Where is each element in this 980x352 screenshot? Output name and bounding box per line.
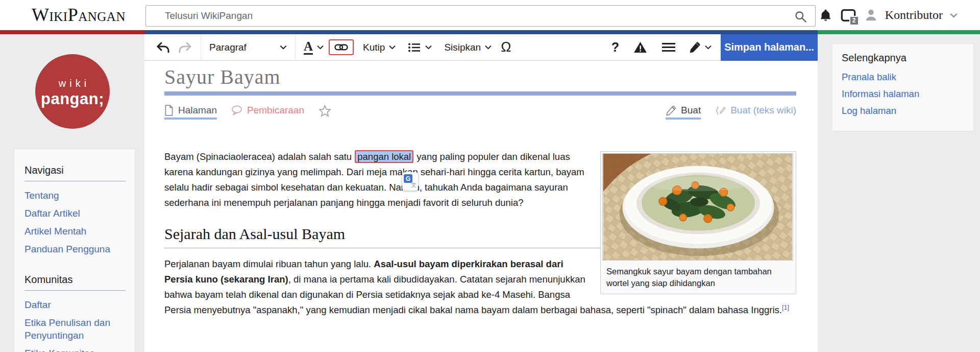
redo-button[interactable] bbox=[178, 41, 192, 54]
site-logo[interactable]: WikiPangan bbox=[32, 4, 126, 26]
header-user-area: 2 Kontributor bbox=[819, 0, 958, 30]
tab-buat-teks-wiki-label: Buat (teks wiki) bbox=[730, 105, 796, 116]
nav-section-title: Navigasi bbox=[24, 165, 126, 181]
accent-bar-green bbox=[818, 30, 980, 34]
cite-dropdown[interactable]: Kutip bbox=[363, 42, 396, 53]
bell-icon[interactable] bbox=[819, 8, 832, 22]
more-tools-card: Selengkapnya Pranala balik Informasi hal… bbox=[832, 43, 974, 131]
wikipangan-logo-badge[interactable]: wiki pangan; bbox=[35, 54, 110, 129]
text-style-dropdown[interactable]: A bbox=[304, 40, 324, 55]
chevron-down-icon bbox=[389, 45, 396, 50]
link-log-halaman[interactable]: Log halaman bbox=[842, 105, 964, 117]
chevron-down-icon bbox=[485, 45, 492, 50]
text-style-icon: A bbox=[304, 40, 313, 55]
insert-label: Sisipkan bbox=[444, 42, 481, 53]
google-translate-icon[interactable]: G 文 bbox=[402, 172, 418, 191]
tab-halaman-label: Halaman bbox=[178, 105, 217, 116]
tab-pembicaraan[interactable]: Pembicaraan bbox=[231, 105, 304, 120]
tab-pembicaraan-label: Pembicaraan bbox=[247, 105, 304, 116]
page-title: Sayur Bayam bbox=[164, 66, 796, 88]
article-editor-surface: Sayur Bayam Halaman Pembicaraan bbox=[144, 61, 818, 352]
logo-text-wiki: wiki bbox=[39, 78, 110, 89]
link-button-highlighted[interactable] bbox=[329, 39, 354, 55]
google-translate-char: 文 bbox=[411, 181, 416, 189]
user-menu-label[interactable]: Kontributor bbox=[885, 8, 943, 22]
special-character-button[interactable]: Ω bbox=[501, 39, 511, 55]
inbox-icon[interactable]: 2 bbox=[840, 7, 857, 24]
talk-bubble-icon bbox=[231, 105, 242, 115]
chevron-down-icon bbox=[425, 45, 432, 50]
image-caption: Semangkuk sayur bayam dengan tambahan wo… bbox=[602, 261, 794, 292]
sidebar-item-panduan-pengguna[interactable]: Panduan Pengguna bbox=[24, 243, 126, 255]
link-informasi-halaman[interactable]: Informasi halaman bbox=[842, 88, 964, 100]
toolbar-separator bbox=[295, 34, 296, 61]
article-body: Semangkuk sayur bayam dengan tambahan wo… bbox=[164, 149, 796, 318]
sidebar-item-daftar-artikel[interactable]: Daftar Artikel bbox=[24, 207, 126, 220]
chevron-down-icon[interactable] bbox=[950, 13, 958, 18]
accent-bar-red bbox=[0, 30, 144, 34]
nav-links: Tentang Daftar Artikel Artikel Mentah Pa… bbox=[24, 189, 126, 255]
list-format-dropdown[interactable] bbox=[408, 42, 432, 53]
site-header: WikiPangan 2 Kontributor bbox=[0, 0, 980, 30]
page-tabs: Halaman Pembicaraan Buat bbox=[164, 105, 796, 120]
article-thumbnail: Semangkuk sayur bayam dengan tambahan wo… bbox=[600, 151, 796, 294]
watch-star-icon[interactable] bbox=[318, 105, 331, 120]
logo-text-pangan: pangan; bbox=[35, 90, 110, 108]
help-button[interactable]: ? bbox=[611, 40, 619, 55]
link-icon bbox=[334, 43, 348, 52]
intro-text-before: Bayam (Spinaciaoleracea) adalah salah sa… bbox=[164, 151, 354, 162]
tab-buat[interactable]: Buat bbox=[666, 105, 701, 120]
pencil-brackets-icon bbox=[715, 105, 726, 116]
tab-buat-teks-wiki[interactable]: Buat (teks wiki) bbox=[715, 105, 796, 120]
reference-link-1[interactable]: [1] bbox=[782, 304, 789, 311]
chevron-down-icon bbox=[705, 45, 712, 50]
sidebar-item-artikel-mentah[interactable]: Artikel Mentah bbox=[24, 225, 126, 238]
title-underline bbox=[164, 91, 796, 96]
page-options-button[interactable] bbox=[662, 42, 676, 52]
tab-halaman[interactable]: Halaman bbox=[164, 105, 217, 120]
search-icon[interactable] bbox=[794, 10, 807, 24]
pencil-icon bbox=[689, 41, 701, 53]
sidebar-item-etika-penulisan[interactable]: Etika Penulisan dan Penyuntingan bbox=[24, 316, 126, 342]
notices-button[interactable] bbox=[633, 41, 647, 53]
left-sidebar: wiki pangan; Navigasi Tentang Daftar Art… bbox=[0, 34, 144, 352]
notification-count-badge: 2 bbox=[849, 16, 859, 26]
pencil-outline-icon bbox=[666, 105, 676, 116]
tab-buat-label: Buat bbox=[681, 105, 701, 116]
toolbar-separator bbox=[201, 34, 201, 61]
sidebar-item-tentang[interactable]: Tentang bbox=[24, 189, 126, 202]
search-bar bbox=[145, 5, 816, 27]
warning-triangle-icon bbox=[633, 41, 647, 53]
community-links: Daftar Etika Penulisan dan Penyuntingan … bbox=[24, 298, 126, 352]
cite-label: Kutip bbox=[363, 42, 385, 53]
sidebar-nav-card: Navigasi Tentang Daftar Artikel Artikel … bbox=[14, 149, 135, 352]
community-section-title: Komunitas bbox=[24, 274, 126, 291]
sidebar-item-etika-komunitas[interactable]: Etika Komunitas bbox=[24, 347, 126, 352]
page-icon bbox=[164, 105, 174, 116]
save-page-button[interactable]: Simpan halaman... bbox=[721, 34, 818, 61]
right-sidebar: Selengkapnya Pranala balik Informasi hal… bbox=[818, 34, 980, 352]
hamburger-menu-icon bbox=[662, 42, 676, 52]
user-avatar-icon[interactable] bbox=[864, 8, 878, 22]
chevron-down-icon bbox=[280, 45, 287, 50]
search-input[interactable] bbox=[145, 5, 816, 27]
link-pranala-balik[interactable]: Pranala balik bbox=[842, 71, 964, 83]
editor-mode-dropdown[interactable] bbox=[689, 41, 712, 53]
chevron-down-icon bbox=[317, 45, 324, 50]
paragraph-format-label: Paragraf bbox=[209, 42, 247, 53]
bullet-list-icon bbox=[408, 42, 421, 53]
more-tools-title: Selengkapnya bbox=[842, 52, 964, 64]
selected-text-pangan-lokal[interactable]: pangan lokal bbox=[355, 150, 413, 163]
undo-button[interactable] bbox=[156, 41, 170, 54]
accent-bar bbox=[0, 30, 980, 34]
editor-toolbar: Paragraf A Kutip Sisipkan Ω ? bbox=[144, 34, 818, 61]
insert-dropdown[interactable]: Sisipkan bbox=[444, 42, 492, 53]
paragraph-format-dropdown[interactable]: Paragraf bbox=[209, 42, 287, 53]
sidebar-item-daftar[interactable]: Daftar bbox=[24, 298, 126, 311]
article-image[interactable] bbox=[602, 153, 793, 261]
history-text-lead: Perjalanan bayam dimulai ribuan tahun ya… bbox=[164, 259, 374, 269]
